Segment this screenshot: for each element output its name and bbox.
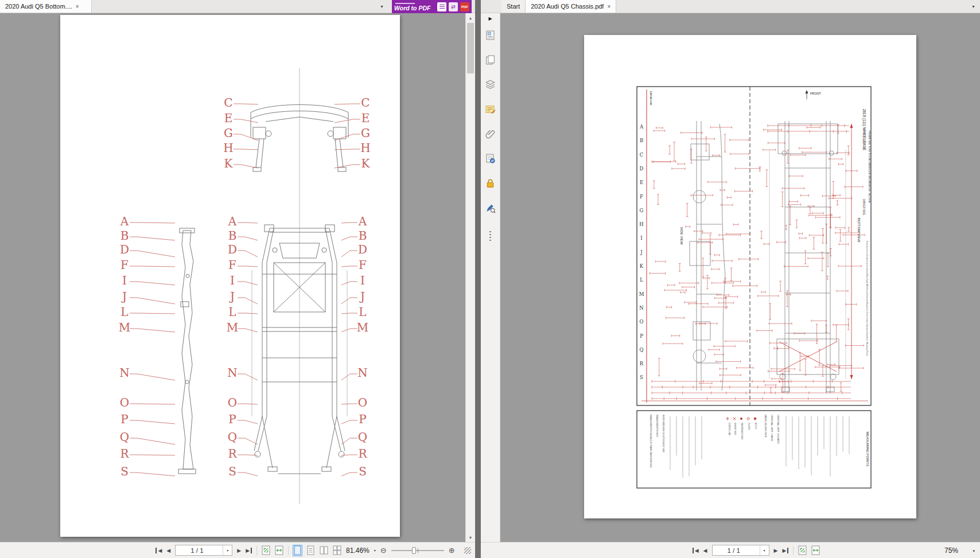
- right-document-canvas[interactable]: ABCDEFGHIJKLMNOPQRS FRONT DATUM LINE SID…: [500, 13, 980, 542]
- measuring-letter: S: [228, 465, 236, 478]
- measuring-letter: F: [359, 258, 367, 272]
- pages-panel-icon[interactable]: [485, 54, 496, 65]
- letter-leader-line: [335, 104, 360, 104]
- zoom-in-button[interactable]: ⊕: [449, 547, 455, 554]
- left-panel-toolbar: ▶: [481, 13, 500, 542]
- tab-2020-audi-q5-bottom[interactable]: 2020 Audi Q5 Bottom.... ×: [0, 0, 92, 13]
- right-app-body: ▶: [481, 13, 980, 542]
- scroll-down-icon[interactable]: ▼: [466, 533, 475, 542]
- letter-leader-line: [341, 473, 357, 476]
- first-page-button[interactable]: ◀: [155, 548, 162, 553]
- panel-expand-icon[interactable]: ▶: [488, 16, 492, 21]
- measuring-letter: C: [224, 96, 232, 110]
- measuring-letter: Q: [358, 430, 367, 444]
- last-page-button[interactable]: ▶: [782, 548, 788, 553]
- tab-title: 2020 Audi Q5 Bottom....: [5, 3, 72, 10]
- wheelbase-label: 2819 (111) WHEELBASE: [862, 109, 866, 151]
- convert-arrow-icon[interactable]: ⇄: [449, 2, 458, 11]
- scroll-up-icon[interactable]: ▲: [466, 13, 475, 22]
- legend-note: LOWER BALL JOINT - UNLOADED: [777, 415, 779, 444]
- measuring-letter: R: [640, 361, 644, 366]
- fit-width-icon[interactable]: [275, 545, 283, 556]
- left-document-canvas[interactable]: CEGHKCEGHKABDFIJLMNOPQRSABDFIJLMNOPQRSAB…: [0, 13, 475, 542]
- tab-title: Start: [507, 3, 520, 10]
- word-doc-icon[interactable]: [437, 2, 446, 11]
- letter-leader-line: [238, 473, 258, 476]
- letter-leader-line: [130, 473, 175, 476]
- tab-close-icon[interactable]: ×: [607, 3, 610, 10]
- zoom-slider[interactable]: [391, 547, 444, 555]
- previous-page-button[interactable]: ◀: [166, 548, 170, 553]
- toolbar-drag-handle[interactable]: [489, 231, 491, 241]
- tab-chassis-pdf[interactable]: 2020 Audi Q5 Chassis.pdf ×: [526, 0, 616, 13]
- measuring-letter: J: [229, 290, 235, 303]
- letter-leader-line: [238, 266, 258, 267]
- measuring-letter: B: [640, 138, 643, 143]
- pdf-badge-icon[interactable]: PDF: [460, 2, 469, 11]
- continuous-facing-view-icon[interactable]: [333, 545, 341, 556]
- measuring-letter: B: [359, 229, 367, 243]
- legend-symbols: [726, 417, 757, 420]
- measuring-letter: D: [358, 243, 367, 256]
- dimension-note-label: Dimensions from Centerline are Combined …: [866, 241, 868, 357]
- legend-note: LOWER BALL JOINT - LOADED: [771, 415, 773, 442]
- letter-leader-line: [130, 298, 175, 304]
- security-lock-icon[interactable]: [485, 177, 496, 189]
- fit-page-icon[interactable]: [262, 545, 270, 556]
- certify-panel-icon[interactable]: [485, 153, 496, 164]
- measuring-letter: B: [120, 229, 129, 243]
- facing-view-icon[interactable]: [320, 545, 328, 556]
- previous-page-button[interactable]: ◀: [703, 548, 707, 553]
- page-field-caret-icon[interactable]: ▾: [223, 545, 232, 555]
- page-number-field[interactable]: 1 / 1 ▾: [175, 545, 232, 556]
- bottom-view-dimensions: [757, 125, 865, 393]
- tab-overflow-caret-icon[interactable]: ▼: [971, 5, 975, 9]
- datum-line-label: DATUM LINE: [650, 91, 652, 106]
- letter-leader-line: [335, 149, 360, 150]
- legend-symbol-label: CENTER LINE: [728, 423, 730, 436]
- next-page-button[interactable]: ▶: [237, 548, 241, 553]
- letter-leader-line: [238, 374, 258, 380]
- tab-overflow-caret-icon[interactable]: ▼: [380, 5, 384, 9]
- first-page-button[interactable]: ◀: [693, 548, 699, 553]
- measuring-letter: A: [358, 214, 367, 228]
- fit-page-icon[interactable]: [798, 545, 807, 556]
- last-page-button[interactable]: ▶: [246, 548, 252, 553]
- resize-grip-icon[interactable]: [464, 547, 471, 554]
- letter-leader-line: [341, 438, 357, 444]
- comments-panel-icon[interactable]: [485, 103, 496, 115]
- side-view-art: [178, 228, 196, 474]
- thumbnails-panel-icon[interactable]: [485, 29, 496, 41]
- zoom-caret-icon[interactable]: ▾: [973, 549, 975, 553]
- zoom-caret-icon[interactable]: ▾: [374, 548, 376, 552]
- left-vertical-scrollbar[interactable]: ▲ ▼: [465, 13, 475, 542]
- letter-leader-line: [130, 420, 175, 424]
- window-divider[interactable]: [475, 0, 481, 558]
- pen-search-icon[interactable]: [485, 202, 496, 213]
- tab-close-icon[interactable]: ×: [76, 3, 79, 10]
- tab-start[interactable]: Start: [501, 0, 526, 13]
- page-field-caret-icon[interactable]: ▾: [760, 545, 769, 555]
- measuring-letter: S: [120, 465, 129, 478]
- zoom-slider-handle[interactable]: [412, 547, 416, 554]
- zoom-level-value[interactable]: 75%: [944, 547, 958, 555]
- measuring-letter: F: [120, 258, 129, 272]
- fit-width-icon[interactable]: [811, 545, 820, 556]
- measuring-letter: D: [640, 166, 644, 171]
- zoom-out-button[interactable]: ⊖: [380, 547, 387, 554]
- single-page-view-icon[interactable]: [293, 545, 302, 556]
- separator: [256, 546, 257, 555]
- measuring-letter-column: ABCDEFGHIJKLMNOPQRS: [639, 124, 644, 380]
- zoom-level-value[interactable]: 81.46%: [346, 547, 370, 555]
- scrollbar-thumb[interactable]: [467, 23, 474, 73]
- word-to-pdf-ad-banner[interactable]: Word to PDF ⇄ PDF: [392, 0, 472, 13]
- measuring-letter: B: [228, 229, 237, 243]
- attachments-panel-icon[interactable]: [485, 128, 496, 139]
- next-page-button[interactable]: ▶: [774, 548, 778, 553]
- measuring-letter: H: [639, 221, 643, 227]
- page-number-field[interactable]: 1 / 1 ▾: [712, 545, 769, 556]
- layers-panel-icon[interactable]: [485, 79, 496, 90]
- see-note-label: PLEASE SEE "HOW TO USE DIMENSION INFORMA…: [868, 131, 871, 203]
- measuring-letter: G: [224, 126, 233, 140]
- continuous-view-icon[interactable]: [306, 545, 315, 556]
